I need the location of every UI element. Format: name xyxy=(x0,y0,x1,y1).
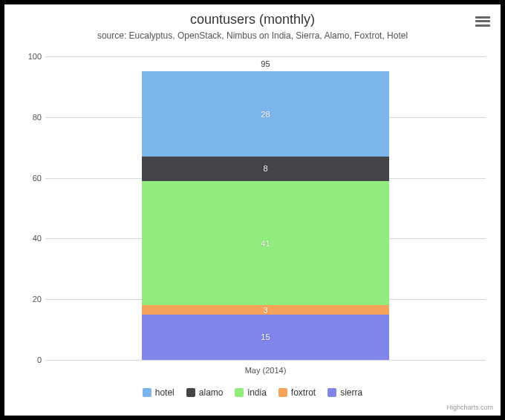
x-tick-label: May (2014) xyxy=(142,366,388,375)
bar-segment-foxtrot[interactable]: 3 xyxy=(142,305,388,314)
legend-item-foxtrot[interactable]: foxtrot xyxy=(278,387,316,398)
legend-swatch xyxy=(186,388,195,397)
credits-link[interactable]: Highcharts.com xyxy=(446,404,493,411)
chart-container: countusers (monthly) source: Eucalyptus,… xyxy=(4,4,501,416)
gridline xyxy=(45,360,486,361)
legend-label: alamo xyxy=(199,387,224,398)
y-tick-label: 20 xyxy=(19,295,42,303)
legend-label: hotel xyxy=(155,387,175,398)
y-tick-label: 60 xyxy=(19,174,42,183)
chart-menu-button[interactable] xyxy=(474,13,492,30)
legend-label: india xyxy=(247,387,266,398)
legend-label: foxtrot xyxy=(291,387,316,398)
plot-area: 0204060801002884131595May (2014) xyxy=(45,56,486,360)
y-tick-label: 40 xyxy=(19,234,42,243)
legend: hotelalamoindiafoxtrotsierra xyxy=(4,387,501,399)
legend-swatch xyxy=(278,388,287,397)
legend-swatch xyxy=(328,388,336,397)
y-tick-label: 0 xyxy=(19,355,42,364)
legend-swatch xyxy=(235,388,244,397)
bar-segment-india[interactable]: 41 xyxy=(142,181,388,306)
stack-total-label: 95 xyxy=(142,59,388,68)
legend-label: sierra xyxy=(340,387,362,398)
legend-swatch xyxy=(143,388,152,397)
bar-segment-hotel[interactable]: 28 xyxy=(142,71,388,157)
chart-subtitle: source: Eucalyptus, OpenStack, Nimbus on… xyxy=(4,27,501,41)
legend-item-india[interactable]: india xyxy=(235,387,266,398)
bar-segment-sierra[interactable]: 15 xyxy=(142,315,388,360)
legend-item-sierra[interactable]: sierra xyxy=(328,387,362,398)
legend-item-alamo[interactable]: alamo xyxy=(186,387,224,398)
hamburger-icon xyxy=(475,16,490,19)
legend-item-hotel[interactable]: hotel xyxy=(143,387,175,398)
bar-segment-alamo[interactable]: 8 xyxy=(142,157,388,181)
frame-border: countusers (monthly) source: Eucalyptus,… xyxy=(0,0,505,420)
y-tick-label: 80 xyxy=(19,113,42,122)
y-tick-label: 100 xyxy=(19,52,42,61)
bar-stack: 2884131595May (2014) xyxy=(142,71,388,360)
chart-title: countusers (monthly) xyxy=(4,4,501,27)
gridline xyxy=(45,56,486,57)
